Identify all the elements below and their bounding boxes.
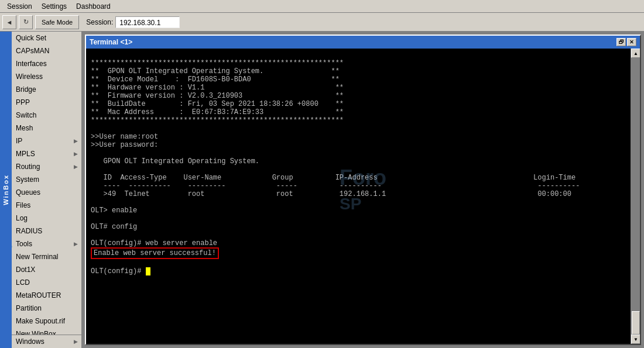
terminal-body[interactable]: ****************************************… (86, 49, 631, 344)
sidebar-label-files: Files (16, 201, 30, 209)
terminal-line-14: ---- ---------- --------- ----- --------… (91, 182, 580, 190)
sidebar-item-bridge[interactable]: ◈ Bridge (0, 83, 81, 96)
terminal-line-12: GPON OLT Integrated Operating System. (91, 157, 259, 166)
terminal-line-10: >>User password: (91, 141, 158, 149)
menubar: Session Settings Dashboard (0, 0, 644, 13)
terminal-content-wrap: ****************************************… (86, 49, 640, 344)
sidebar-label-queues: Queues (16, 188, 40, 197)
content-area: Terminal <1> 🗗 ✕ ***********************… (82, 32, 644, 348)
terminal-title: Terminal <1> (90, 38, 132, 46)
sidebar-item-windows[interactable]: ◉ Windows ▶ (0, 335, 81, 348)
terminal-restore-button[interactable]: 🗗 (616, 38, 626, 46)
sidebar-label-mesh: Mesh (16, 124, 33, 132)
terminal-title-buttons: 🗗 ✕ (616, 38, 636, 46)
ip-arrow-icon: ▶ (74, 138, 78, 144)
tools-arrow-icon: ▶ (74, 241, 78, 247)
terminal-line-18: OLT(config)# web server enable (91, 239, 217, 247)
toolbar: ◄ ↻ Safe Mode Session: 192.168.30.1 (0, 13, 644, 32)
sidebar-item-routing[interactable]: ↗ Routing ▶ (0, 160, 81, 173)
scroll-thumb[interactable] (632, 311, 640, 335)
refresh-button[interactable]: ↻ (19, 15, 33, 29)
main-layout: ⚡ Quick Set ■ CAPsMAN ■ Interfaces ◉ Wir… (0, 32, 644, 348)
session-ip[interactable]: 192.168.30.1 (115, 16, 180, 28)
session-label: Session: (86, 18, 113, 26)
winbox-label: WinBox (2, 174, 9, 205)
terminal-prompt: OLT(config)# (91, 267, 150, 275)
sidebar-label-make-supout: Make Supout.rif (16, 317, 65, 325)
sidebar: ⚡ Quick Set ■ CAPsMAN ■ Interfaces ◉ Wir… (0, 32, 82, 348)
sidebar-item-queues[interactable]: ▣ Queues (0, 186, 81, 199)
sidebar-label-capsman: CAPsMAN (16, 47, 49, 55)
sidebar-label-lcd: LCD (16, 278, 30, 287)
sidebar-label-system: System (16, 175, 39, 184)
sidebar-item-ppp[interactable]: ◎ PPP (0, 96, 81, 109)
menu-dashboard[interactable]: Dashboard (71, 1, 115, 12)
sidebar-item-partition[interactable]: ⊟ Partition (0, 302, 81, 315)
sidebar-item-tools[interactable]: 🔧 Tools ▶ (0, 237, 81, 250)
sidebar-item-switch[interactable]: ⊞ Switch (0, 109, 81, 122)
sidebar-label-metarouter: MetaROUTER (16, 291, 61, 299)
sidebar-label-bridge: Bridge (16, 85, 36, 94)
sidebar-item-new-terminal[interactable]: ▶ New Terminal (0, 250, 81, 263)
sidebar-item-lcd[interactable]: □ LCD (0, 276, 81, 289)
scroll-down-button[interactable]: ▼ (631, 335, 640, 344)
sidebar-item-log[interactable]: — Log (0, 212, 81, 225)
sidebar-label-switch: Switch (16, 111, 36, 119)
sidebar-label-interfaces: Interfaces (16, 60, 47, 68)
terminal-line-6: ** Mac Address : E0:67:B3:7A:E9:33 ** (91, 108, 344, 116)
terminal-line-13: ID Access-Type User-Name Group IP-Addres… (91, 174, 576, 182)
terminal-line-1: ** GPON OLT Integrated Operating System.… (91, 67, 340, 75)
sidebar-item-metarouter[interactable]: ◈ MetaROUTER (0, 289, 81, 302)
terminal-close-button[interactable]: ✕ (627, 38, 636, 46)
sidebar-label-routing: Routing (16, 163, 40, 171)
sidebar-item-ip[interactable]: ◆ IP ▶ (0, 135, 81, 147)
sidebar-label-windows: Windows (16, 337, 44, 346)
sidebar-item-interfaces[interactable]: ■ Interfaces (0, 57, 81, 70)
terminal-line-16: OLT> enable (91, 206, 137, 215)
terminal-highlight: Enable web server successful! (91, 249, 219, 257)
sidebar-label-dot1x: Dot1X (16, 266, 35, 274)
sidebar-label-ip: IP (16, 137, 22, 145)
sidebar-label-mpls: MPLS (16, 150, 35, 158)
sidebar-label-wireless: Wireless (16, 73, 43, 81)
terminal-line-0: ****************************************… (91, 59, 344, 67)
terminal-line-9: >>User name:root (91, 133, 158, 141)
success-message: Enable web server successful! (91, 247, 219, 259)
sidebar-label-radius: RADIUS (16, 227, 42, 235)
terminal-line-2: ** Device Model : FD1608S-B0-BDA0 ** (91, 75, 340, 84)
windows-arrow-icon: ▶ (74, 339, 78, 344)
terminal-line-17: OLT# config (91, 223, 137, 231)
back-button[interactable]: ◄ (2, 15, 16, 29)
terminal-window: Terminal <1> 🗗 ✕ ***********************… (85, 35, 641, 345)
menu-session[interactable]: Session (2, 1, 37, 12)
terminal-titlebar: Terminal <1> 🗗 ✕ (86, 36, 640, 49)
terminal-line-5: ** BuildDate : Fri, 03 Sep 2021 18:38:26… (91, 100, 344, 108)
sidebar-item-files[interactable]: 📁 Files (0, 199, 81, 212)
sidebar-label-log: Log (16, 214, 28, 222)
sidebar-item-wireless[interactable]: ◉ Wireless (0, 70, 81, 83)
sidebar-label-partition: Partition (16, 304, 42, 312)
scroll-track (631, 58, 640, 335)
sidebar-label-new-terminal: New Terminal (16, 253, 58, 261)
menu-settings[interactable]: Settings (37, 1, 71, 12)
terminal-line-15: >49 Telnet root root 192.168.1.1 00:00:0… (91, 190, 571, 198)
sidebar-item-quick-set[interactable]: ⚡ Quick Set (0, 32, 81, 44)
terminal-line-4: ** Firmware version : V2.0.3_210903 ** (91, 92, 344, 100)
sidebar-item-make-supout[interactable]: ◷ Make Supout.rif (0, 315, 81, 328)
terminal-scrollbar: ▲ ▼ (631, 49, 640, 344)
sidebar-item-mesh[interactable]: ⋯ Mesh (0, 122, 81, 135)
terminal-line-7: ****************************************… (91, 116, 344, 125)
sidebar-item-system[interactable]: ⚙ System (0, 173, 81, 186)
scroll-up-button[interactable]: ▲ (631, 49, 640, 58)
sidebar-label-quick-set: Quick Set (16, 34, 46, 42)
terminal-cursor (146, 267, 150, 275)
sidebar-item-dot1x[interactable]: ⊡ Dot1X (0, 263, 81, 276)
sidebar-label-ppp: PPP (16, 98, 30, 106)
safe-mode-button[interactable]: Safe Mode (35, 15, 79, 29)
routing-arrow-icon: ▶ (74, 164, 78, 170)
terminal-line-3: ** Hardware version : V1.1 ** (91, 84, 344, 92)
sidebar-item-mpls[interactable]: ≡ MPLS ▶ (0, 147, 81, 160)
sidebar-item-capsman[interactable]: ■ CAPsMAN (0, 44, 81, 57)
sidebar-label-tools: Tools (16, 240, 32, 248)
sidebar-item-radius[interactable]: ◉ RADIUS (0, 225, 81, 237)
